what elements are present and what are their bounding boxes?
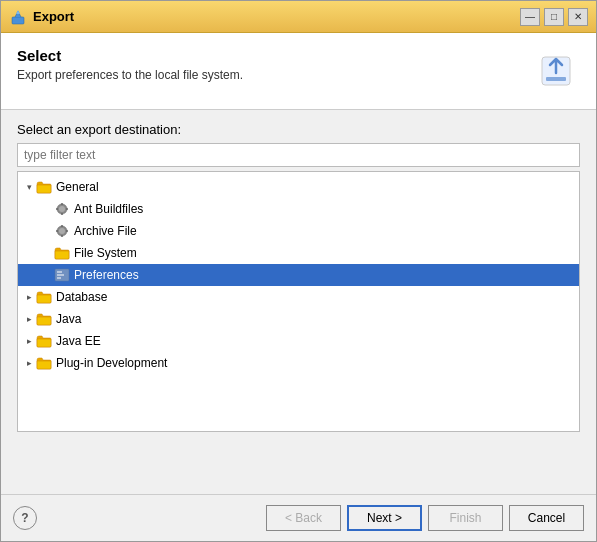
header-export-icon: [532, 47, 580, 95]
tree-item-archive-file[interactable]: Archive File: [18, 220, 579, 242]
label-archive-file: Archive File: [74, 224, 137, 238]
divider-area: [1, 444, 596, 494]
tree-item-java[interactable]: Java: [18, 308, 579, 330]
tree-item-general[interactable]: General: [18, 176, 579, 198]
label-preferences: Preferences: [74, 268, 139, 282]
tree-container: General Ant B: [17, 171, 580, 432]
tree-item-file-system[interactable]: File System: [18, 242, 579, 264]
svg-point-4: [59, 206, 65, 212]
label-file-system: File System: [74, 246, 137, 260]
maximize-button[interactable]: □: [544, 8, 564, 26]
window-icon: [9, 8, 27, 26]
folder-icon-general: [36, 179, 52, 195]
cancel-button[interactable]: Cancel: [509, 505, 584, 531]
expander-java-ee[interactable]: [22, 334, 36, 348]
label-general: General: [56, 180, 99, 194]
window-title: Export: [33, 9, 520, 24]
expander-plugin[interactable]: [22, 356, 36, 370]
svg-rect-0: [12, 17, 24, 24]
archive-icon: [54, 223, 70, 239]
export-dialog: Export — □ ✕ Select Export preferences t…: [0, 0, 597, 542]
title-bar: Export — □ ✕: [1, 1, 596, 33]
tree-item-preferences[interactable]: Preferences: [18, 264, 579, 286]
window-controls: — □ ✕: [520, 8, 588, 26]
close-button[interactable]: ✕: [568, 8, 588, 26]
label-plugin-development: Plug-in Development: [56, 356, 167, 370]
ant-icon: [54, 201, 70, 217]
header-text: Select Export preferences to the local f…: [17, 47, 243, 82]
next-button[interactable]: Next >: [347, 505, 422, 531]
expander-java[interactable]: [22, 312, 36, 326]
folder-icon-java-ee: [36, 333, 52, 349]
expander-general[interactable]: [22, 180, 36, 194]
folder-icon-database: [36, 289, 52, 305]
tree-item-ant-buildfiles[interactable]: Ant Buildfiles: [18, 198, 579, 220]
header-section: Select Export preferences to the local f…: [1, 33, 596, 110]
folder-icon-plugin: [36, 355, 52, 371]
svg-rect-2: [546, 77, 566, 81]
expander-database[interactable]: [22, 290, 36, 304]
back-button[interactable]: < Back: [266, 505, 341, 531]
label-database: Database: [56, 290, 107, 304]
minimize-button[interactable]: —: [520, 8, 540, 26]
svg-point-10: [59, 228, 65, 234]
tree-item-plugin-development[interactable]: Plug-in Development: [18, 352, 579, 374]
tree-item-database[interactable]: Database: [18, 286, 579, 308]
destination-label: Select an export destination:: [17, 122, 580, 137]
finish-button[interactable]: Finish: [428, 505, 503, 531]
tree-item-java-ee[interactable]: Java EE: [18, 330, 579, 352]
label-java-ee: Java EE: [56, 334, 101, 348]
folder-icon-filesystem: [54, 245, 70, 261]
help-button[interactable]: ?: [13, 506, 37, 530]
filter-input[interactable]: [17, 143, 580, 167]
page-title: Select: [17, 47, 243, 64]
page-subtitle: Export preferences to the local file sys…: [17, 68, 243, 82]
label-java: Java: [56, 312, 81, 326]
bottom-bar: ? < Back Next > Finish Cancel: [1, 494, 596, 541]
label-ant-buildfiles: Ant Buildfiles: [74, 202, 143, 216]
folder-icon-java: [36, 311, 52, 327]
prefs-icon: [54, 267, 70, 283]
content-section: Select an export destination: General: [1, 110, 596, 444]
tree-scroll[interactable]: General Ant B: [18, 172, 579, 431]
